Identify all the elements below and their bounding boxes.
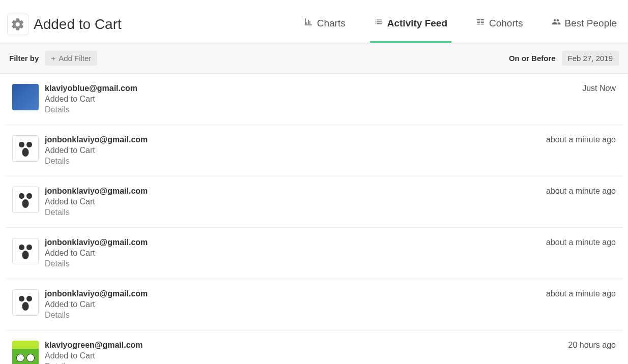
chart-icon: [304, 17, 313, 29]
feed-body: klaviyoblue@gmail.comAdded to CartDetail…: [45, 84, 576, 114]
avatar[interactable]: [12, 238, 39, 264]
tab-cohorts[interactable]: Cohorts: [472, 6, 527, 43]
page-title: Added to Cart: [34, 16, 122, 33]
nav-tabs: Charts Activity Feed Cohorts Best People: [300, 6, 621, 43]
tab-activity-feed-label: Activity Feed: [387, 18, 447, 29]
filter-right: On or Before Feb 27, 2019: [509, 51, 619, 66]
feed-timestamp: about a minute ago: [546, 289, 616, 298]
feed-item: klaviyoblue@gmail.comAdded to CartDetail…: [5, 74, 623, 125]
header-left: Added to Cart: [7, 14, 122, 35]
feed-body: jonbonklaviyo@gmail.comAdded to CartDeta…: [45, 289, 540, 320]
feed-item: jonbonklaviyo@gmail.comAdded to CartDeta…: [5, 279, 623, 330]
feed-email[interactable]: jonbonklaviyo@gmail.com: [45, 289, 540, 298]
feed-timestamp: about a minute ago: [546, 135, 616, 144]
filter-left: Filter by + Add Filter: [9, 51, 97, 66]
tab-best-people-label: Best People: [565, 18, 617, 29]
feed-action: Added to Cart: [45, 249, 540, 258]
feed-timestamp: 20 hours ago: [568, 341, 616, 350]
feed-item: jonbonklaviyo@gmail.comAdded to CartDeta…: [5, 125, 623, 176]
feed-details-link[interactable]: Details: [45, 362, 562, 364]
add-filter-button[interactable]: + Add Filter: [45, 51, 97, 66]
people-icon: [552, 17, 561, 29]
feed-action: Added to Cart: [45, 95, 576, 104]
tab-charts-label: Charts: [317, 18, 346, 29]
feed-body: jonbonklaviyo@gmail.comAdded to CartDeta…: [45, 238, 540, 268]
feed-body: jonbonklaviyo@gmail.comAdded to CartDeta…: [45, 135, 540, 166]
avatar[interactable]: [12, 341, 39, 364]
feed-timestamp: about a minute ago: [546, 187, 616, 196]
feed-action: Added to Cart: [45, 197, 540, 206]
feed-details-link[interactable]: Details: [45, 259, 540, 268]
feed-timestamp: Just Now: [582, 84, 616, 93]
feed-item: klaviyogreen@gmail.comAdded to CartDetai…: [5, 330, 623, 364]
grid-icon: [476, 17, 485, 29]
activity-feed-list: klaviyoblue@gmail.comAdded to CartDetail…: [0, 74, 628, 364]
feed-email[interactable]: jonbonklaviyo@gmail.com: [45, 238, 540, 247]
feed-item: jonbonklaviyo@gmail.comAdded to CartDeta…: [5, 228, 623, 279]
on-or-before-label: On or Before: [509, 54, 556, 63]
feed-details-link[interactable]: Details: [45, 157, 540, 166]
feed-details-link[interactable]: Details: [45, 208, 540, 217]
add-filter-label: Add Filter: [59, 54, 91, 63]
gear-icon: [7, 14, 28, 35]
tab-best-people[interactable]: Best People: [548, 6, 621, 43]
filter-bar: Filter by + Add Filter On or Before Feb …: [0, 43, 628, 74]
tab-cohorts-label: Cohorts: [489, 18, 523, 29]
feed-email[interactable]: jonbonklaviyo@gmail.com: [45, 187, 540, 196]
filter-by-label: Filter by: [9, 54, 39, 63]
feed-email[interactable]: klaviyogreen@gmail.com: [45, 341, 562, 350]
feed-details-link[interactable]: Details: [45, 105, 576, 114]
tab-charts[interactable]: Charts: [300, 6, 350, 43]
date-filter-button[interactable]: Feb 27, 2019: [562, 51, 619, 66]
feed-action: Added to Cart: [45, 351, 562, 360]
plus-icon: +: [51, 54, 55, 63]
avatar[interactable]: [12, 135, 39, 162]
page-header: Added to Cart Charts Activity Feed Cohor…: [0, 0, 628, 43]
tab-activity-feed[interactable]: Activity Feed: [370, 6, 451, 43]
feed-action: Added to Cart: [45, 146, 540, 155]
avatar[interactable]: [12, 187, 39, 213]
avatar[interactable]: [12, 289, 39, 316]
feed-body: klaviyogreen@gmail.comAdded to CartDetai…: [45, 341, 562, 364]
feed-email[interactable]: klaviyoblue@gmail.com: [45, 84, 576, 93]
avatar[interactable]: [12, 84, 39, 110]
feed-action: Added to Cart: [45, 300, 540, 309]
feed-body: jonbonklaviyo@gmail.comAdded to CartDeta…: [45, 187, 540, 217]
feed-item: jonbonklaviyo@gmail.comAdded to CartDeta…: [5, 176, 623, 228]
feed-email[interactable]: jonbonklaviyo@gmail.com: [45, 135, 540, 144]
list-icon: [374, 17, 383, 29]
feed-timestamp: about a minute ago: [546, 238, 616, 247]
feed-details-link[interactable]: Details: [45, 311, 540, 320]
